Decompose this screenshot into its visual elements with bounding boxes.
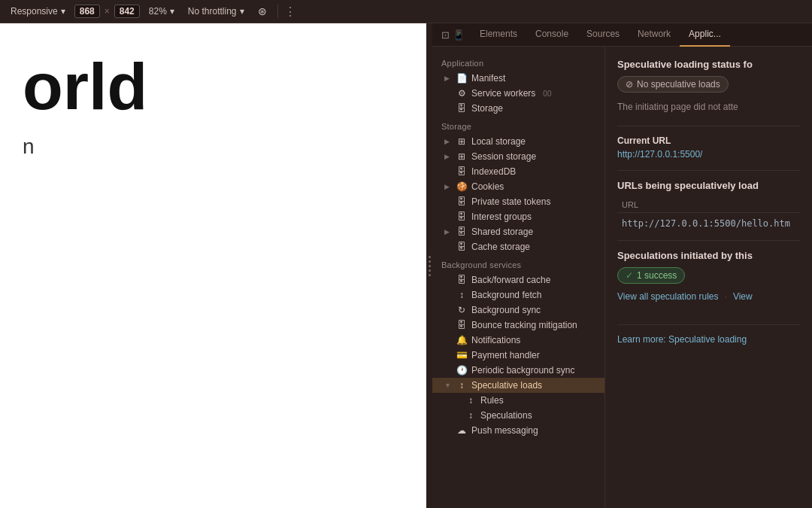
success-icon: ✓ (626, 270, 633, 281)
storage-icon: 🗄 (456, 103, 467, 114)
throttle-chevron-icon: ▾ (240, 6, 244, 17)
section-label-background: Background services (432, 254, 604, 272)
sidebar-item-interest-groups[interactable]: 🗄 Interest groups (432, 209, 604, 224)
sidebar-item-cookies[interactable]: ▶ 🍪 Cookies (432, 179, 604, 194)
divider (617, 170, 800, 171)
no-loads-badge: ⊘ No speculative loads (617, 76, 729, 93)
sidebar-item-service-workers[interactable]: ⚙ Service workers 00 (432, 86, 604, 101)
collapse-arrow-icon: ▼ (444, 382, 452, 389)
sidebar-item-backforward-cache[interactable]: 🗄 Back/forward cache (432, 272, 604, 287)
payment-icon: 💳 (456, 350, 467, 360)
throttle-label: No throttling (188, 6, 237, 17)
tab-console[interactable]: Console (526, 23, 577, 47)
tab-network[interactable]: Network (629, 23, 680, 47)
tab-sources[interactable]: Sources (577, 23, 629, 47)
resizer-dot (429, 260, 431, 263)
push-messaging-icon: ☁ (456, 425, 467, 436)
sidebar-item-shared-storage[interactable]: ▶ 🗄 Shared storage (432, 224, 604, 239)
sidebar-item-speculations[interactable]: ↕ Speculations (432, 408, 604, 423)
responsive-label: Responsive (11, 6, 58, 17)
preview-resizer[interactable] (426, 23, 432, 508)
url-table-row: http://127.0.0.1:5500/hello.htm (617, 216, 800, 231)
resizer-dot (429, 274, 431, 276)
speculative-loads-icon: ↕ (456, 380, 467, 391)
throttle-selector[interactable]: No throttling ▾ (183, 5, 249, 18)
toolbar-separator (277, 5, 278, 18)
shared-storage-icon: 🗄 (456, 227, 467, 237)
divider (617, 324, 800, 325)
backforward-icon: 🗄 (456, 275, 467, 285)
speculations-icon: ↕ (465, 410, 476, 421)
view-rules-link[interactable]: View all speculation rules (617, 291, 719, 302)
background-sync-icon: ↻ (456, 305, 467, 315)
interest-groups-icon: 🗄 (456, 211, 467, 222)
sidebar-item-rules[interactable]: ↕ Rules (432, 393, 604, 408)
links-separator: · (725, 291, 727, 312)
devtools-body: Application ▶ 📄 Manifest ⚙ Service worke… (432, 47, 812, 508)
zoom-selector[interactable]: 82% ▾ (144, 5, 179, 18)
devtools-panel: ⊡ 📱 Elements Console Sources Network App… (432, 23, 812, 508)
sidebar-nav: Application ▶ 📄 Manifest ⚙ Service worke… (432, 47, 605, 508)
cache-icon: ⊛ (258, 5, 267, 17)
height-value[interactable]: 842 (114, 5, 140, 18)
expand-arrow-icon: ▶ (444, 138, 452, 145)
tab-application[interactable]: Applic... (680, 23, 730, 47)
main-layout: orld n ⊡ 📱 Elements Cons (0, 23, 812, 508)
divider (617, 126, 800, 126)
more-options-button[interactable]: ⋮ (284, 5, 296, 19)
expand-arrow-icon: ▶ (444, 228, 452, 236)
sidebar-item-notifications[interactable]: 🔔 Notifications (432, 333, 604, 348)
service-workers-icon: ⚙ (456, 88, 467, 99)
expand-arrow-icon: ▶ (444, 153, 452, 160)
cache-storage-icon: 🗄 (456, 242, 467, 252)
sidebar-item-storage-main[interactable]: 🗄 Storage (432, 101, 604, 116)
section-label-application: Application (432, 53, 604, 71)
current-url-link[interactable]: http://127.0.0.1:5500/ (617, 149, 800, 160)
sidebar-item-private-state-tokens[interactable]: 🗄 Private state tokens (432, 194, 604, 209)
sidebar-item-manifest[interactable]: ▶ 📄 Manifest (432, 71, 604, 86)
devtools-tabs: ⊡ 📱 Elements Console Sources Network App… (432, 23, 812, 47)
responsive-selector[interactable]: Responsive ▾ (6, 5, 70, 18)
success-badge: ✓ 1 success (617, 267, 685, 284)
sidebar-item-push-messaging[interactable]: ☁ Push messaging (432, 423, 604, 438)
sidebar-item-bounce-tracking[interactable]: 🗄 Bounce tracking mitigation (432, 318, 604, 333)
manifest-icon: 📄 (456, 73, 467, 84)
section-label-storage: Storage (432, 116, 604, 134)
links-row: View all speculation rules · View (617, 291, 800, 312)
preview-content: orld n (0, 23, 432, 189)
sidebar-item-periodic-bg-sync[interactable]: 🕐 Periodic background sync (432, 363, 604, 378)
sidebar-item-speculative-loads[interactable]: ▼ ↕ Speculative loads (432, 378, 604, 393)
sidebar-item-indexeddb[interactable]: 🗄 IndexedDB (432, 164, 604, 179)
sidebar-item-session-storage[interactable]: ▶ ⊞ Session storage (432, 149, 604, 164)
expand-arrow-icon: ▶ (444, 183, 452, 190)
inspect-icon[interactable]: ⊡ (441, 29, 450, 41)
sidebar-item-background-fetch[interactable]: ↕ Background fetch (432, 287, 604, 303)
resizer-dot (429, 256, 431, 258)
preview-pane: orld n (0, 23, 432, 508)
chevron-down-icon: ▾ (61, 6, 65, 17)
desc-text: The initiating page did not atte (617, 100, 800, 114)
sidebar-item-payment-handler[interactable]: 💳 Payment handler (432, 348, 604, 363)
preview-small-text: n (23, 135, 410, 159)
urls-title: URLs being speculatively load (617, 180, 800, 191)
tab-elements[interactable]: Elements (471, 23, 526, 47)
speculative-status-title: Speculative loading status fo (617, 59, 800, 70)
device-icon[interactable]: 📱 (453, 29, 465, 41)
success-label: 1 success (637, 270, 677, 281)
learn-more-link[interactable]: Learn more: Speculative loading (617, 334, 800, 345)
width-value[interactable]: 868 (74, 5, 100, 18)
background-fetch-icon: ↕ (456, 290, 467, 300)
sidebar-item-background-sync[interactable]: ↻ Background sync (432, 303, 604, 318)
divider (617, 240, 800, 241)
view-link2[interactable]: View (733, 291, 753, 302)
notifications-icon: 🔔 (456, 335, 467, 345)
current-url-label: Current URL (617, 135, 800, 146)
sidebar-item-cache-storage[interactable]: 🗄 Cache storage (432, 239, 604, 254)
periodic-sync-icon: 🕐 (456, 365, 467, 376)
toolbar: Responsive ▾ 868 × 842 82% ▾ No throttli… (0, 0, 812, 23)
sidebar-item-local-storage[interactable]: ▶ ⊞ Local storage (432, 134, 604, 149)
cache-icon-button[interactable]: ⊛ (253, 4, 271, 19)
service-workers-badge: 00 (543, 90, 551, 98)
zoom-label: 82% (149, 6, 167, 17)
rules-icon: ↕ (465, 395, 476, 406)
